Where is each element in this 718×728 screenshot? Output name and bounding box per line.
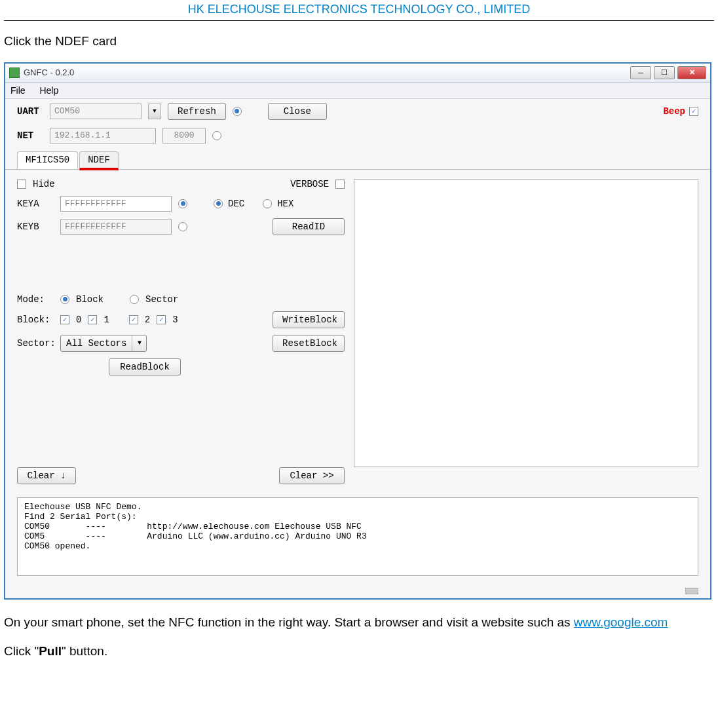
keya-input[interactable] bbox=[60, 196, 172, 212]
keya-label: KEYA bbox=[17, 199, 54, 209]
app-window: GNFC - 0.2.0 ─ ☐ ✕ File Help UART ▼ Refr… bbox=[4, 62, 711, 600]
keyb-label: KEYB bbox=[17, 221, 54, 232]
uart-row: UART ▼ Refresh Close Beep bbox=[5, 99, 710, 124]
block0-label: 0 bbox=[76, 315, 81, 325]
uart-port-dropdown[interactable]: ▼ bbox=[148, 104, 161, 119]
resize-grip[interactable] bbox=[685, 588, 698, 594]
tab-ndef[interactable]: NDEF bbox=[79, 151, 119, 170]
tab-body: Hide VERBOSE KEYA DEC HEX KEYB bbox=[5, 170, 710, 491]
sector-selected: All Sectors bbox=[61, 335, 132, 351]
net-row: NET bbox=[5, 124, 710, 147]
menu-help[interactable]: Help bbox=[39, 85, 58, 96]
menubar: File Help bbox=[5, 83, 710, 99]
beep-checkbox[interactable] bbox=[689, 107, 698, 116]
menu-file[interactable]: File bbox=[10, 85, 26, 96]
clear-right-button[interactable]: Clear >> bbox=[279, 467, 345, 484]
hide-label: Hide bbox=[33, 179, 55, 189]
close-window-button[interactable]: ✕ bbox=[677, 66, 706, 79]
close-button[interactable]: Close bbox=[268, 103, 327, 120]
outro-paragraph-1: On your smart phone, set the NFC functio… bbox=[4, 614, 714, 632]
mode-block-label: Block bbox=[76, 294, 104, 305]
net-label: NET bbox=[17, 130, 43, 141]
maximize-button[interactable]: ☐ bbox=[654, 66, 675, 79]
net-ip-input[interactable] bbox=[50, 128, 156, 144]
block2-checkbox[interactable] bbox=[129, 315, 138, 324]
resetblock-button[interactable]: ResetBlock bbox=[273, 335, 345, 352]
uart-port-input[interactable] bbox=[50, 104, 142, 119]
mode-sector-radio[interactable] bbox=[130, 295, 139, 304]
keyb-radio[interactable] bbox=[178, 222, 187, 231]
keyb-input[interactable] bbox=[60, 219, 172, 235]
mode-label: Mode: bbox=[17, 294, 54, 305]
block3-label: 3 bbox=[172, 315, 178, 325]
sector-dropdown[interactable]: All Sectors ▼ bbox=[60, 335, 147, 352]
block0-checkbox[interactable] bbox=[60, 315, 69, 324]
log-area[interactable]: Elechouse USB NFC Demo. Find 2 Serial Po… bbox=[17, 497, 698, 576]
uart-radio[interactable] bbox=[233, 107, 242, 116]
block1-label: 1 bbox=[104, 315, 109, 325]
app-icon bbox=[9, 67, 20, 78]
mode-sector-label: Sector bbox=[145, 294, 178, 305]
hex-label: HEX bbox=[277, 199, 293, 209]
block-label: Block: bbox=[17, 315, 54, 325]
net-radio[interactable] bbox=[212, 131, 221, 140]
tab-mf1ics50[interactable]: MF1ICS50 bbox=[17, 151, 78, 169]
sector-label: Sector: bbox=[17, 338, 54, 349]
block2-label: 2 bbox=[145, 315, 150, 325]
page-header: HK ELECHOUSE ELECTRONICS TECHNOLOGY CO.,… bbox=[4, 0, 714, 21]
google-link[interactable]: www.google.com bbox=[574, 615, 668, 629]
block3-checkbox[interactable] bbox=[157, 315, 166, 324]
chevron-down-icon: ▼ bbox=[132, 335, 146, 351]
left-panel: Hide VERBOSE KEYA DEC HEX KEYB bbox=[17, 179, 345, 484]
net-port-input[interactable] bbox=[162, 128, 206, 144]
dec-label: DEC bbox=[228, 199, 244, 209]
tabs: MF1ICS50 NDEF bbox=[5, 147, 710, 170]
hide-checkbox[interactable] bbox=[17, 180, 26, 189]
hex-radio[interactable] bbox=[263, 199, 272, 208]
uart-label: UART bbox=[17, 106, 43, 117]
refresh-button[interactable]: Refresh bbox=[168, 103, 226, 120]
window-title: GNFC - 0.2.0 bbox=[24, 67, 630, 77]
mode-block-radio[interactable] bbox=[60, 295, 69, 304]
intro-text: Click the NDEF card bbox=[4, 33, 714, 50]
beep-label: Beep bbox=[663, 106, 685, 117]
titlebar: GNFC - 0.2.0 ─ ☐ ✕ bbox=[5, 64, 710, 83]
writeblock-button[interactable]: WriteBlock bbox=[273, 311, 345, 328]
block1-checkbox[interactable] bbox=[88, 315, 97, 324]
keya-radio[interactable] bbox=[178, 199, 187, 208]
outro-paragraph-2: Click "Pull" button. bbox=[4, 643, 714, 661]
verbose-label: VERBOSE bbox=[290, 179, 329, 189]
clear-down-button[interactable]: Clear ↓ bbox=[17, 467, 76, 484]
dec-radio[interactable] bbox=[214, 199, 223, 208]
verbose-checkbox[interactable] bbox=[335, 180, 345, 189]
readblock-button[interactable]: ReadBlock bbox=[109, 358, 181, 375]
readid-button[interactable]: ReadID bbox=[273, 218, 345, 235]
minimize-button[interactable]: ─ bbox=[630, 66, 651, 79]
output-textarea[interactable] bbox=[354, 179, 698, 467]
